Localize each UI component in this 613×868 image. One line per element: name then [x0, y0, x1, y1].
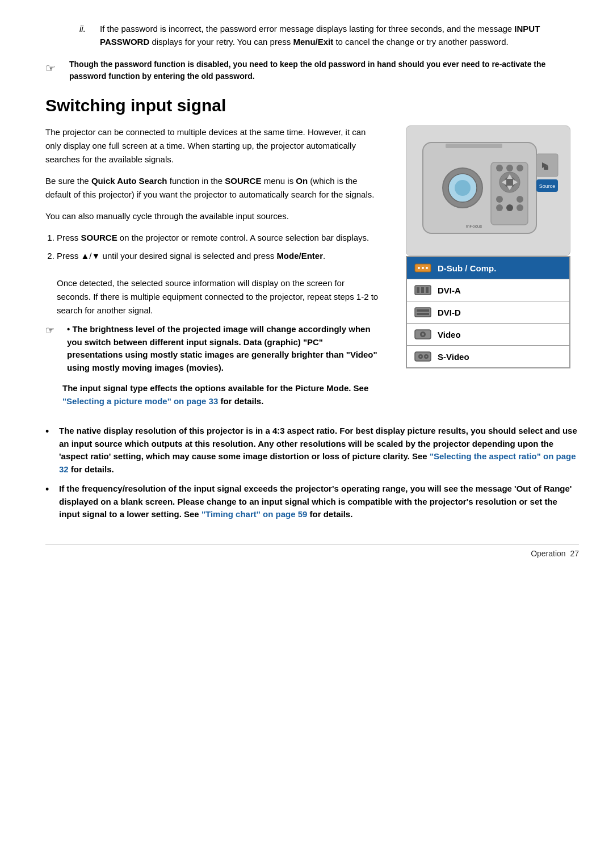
source-menu: D-Sub / Comp. DVI-A DVI-D [406, 256, 570, 368]
footer: Operation 27 [45, 544, 579, 558]
svg-rect-33 [426, 287, 429, 293]
svg-point-29 [426, 267, 428, 269]
svg-point-16 [517, 196, 523, 203]
source-label-dvid: DVI-D [438, 308, 461, 317]
svg-point-13 [506, 165, 513, 171]
svg-point-15 [496, 196, 503, 203]
note-password: ☞ Though the password function is disabl… [45, 58, 579, 82]
svg-point-4 [455, 180, 471, 196]
source-item-video[interactable]: Video [407, 324, 569, 346]
source-item-dvia[interactable]: DVI-A [407, 279, 569, 301]
link-timing-chart[interactable]: "Timing chart" on page 59 [201, 509, 307, 519]
svg-point-42 [420, 356, 422, 358]
intro-section: ii. If the password is incorrect, the pa… [45, 23, 579, 48]
bullet-text-1: The native display resolution of this pr… [59, 425, 579, 476]
para1: The projector can be connected to multip… [45, 125, 380, 166]
source-label-svideo: S-Video [438, 352, 469, 362]
svg-point-28 [422, 267, 424, 269]
source-label-dsub: D-Sub / Comp. [438, 263, 496, 273]
svg-point-44 [426, 356, 427, 358]
para2: Be sure the Quick Auto Search function i… [45, 174, 380, 202]
svg-point-27 [418, 267, 420, 269]
para3: You can also manually cycle through the … [45, 209, 380, 223]
left-column: The projector can be connected to multip… [45, 125, 380, 414]
projector-image: Source InFocus [406, 125, 570, 256]
intro-text-ii: If the password is incorrect, the passwo… [100, 23, 579, 48]
bullet-dot-2: • [45, 483, 53, 521]
source-icon-dvia [414, 284, 432, 296]
footer-section: Operation [531, 549, 565, 558]
source-item-svideo[interactable]: S-Video [407, 346, 569, 367]
note-icon-password: ☞ [45, 60, 64, 82]
bullet-section: • The native display resolution of this … [45, 425, 579, 521]
svg-text:Source: Source [539, 183, 556, 189]
svg-rect-31 [417, 287, 419, 293]
bullet-text-2: If the frequency/resolution of the input… [59, 483, 579, 521]
bullet-dot-1: • [45, 425, 53, 476]
svg-rect-5 [491, 162, 528, 225]
note-brightness: ☞ • The brightness level of the projecte… [45, 323, 380, 374]
svg-point-19 [517, 204, 523, 211]
svg-rect-32 [421, 287, 424, 293]
intro-item-ii: ii. If the password is incorrect, the pa… [79, 23, 579, 48]
svg-point-18 [506, 204, 513, 211]
step-2-continuation: Once detected, the selected source infor… [57, 278, 378, 315]
steps-list: Press SOURCE on the projector or remote … [57, 231, 380, 317]
svg-rect-1 [446, 144, 502, 148]
right-column: Source InFocus D- [397, 125, 579, 414]
note-brightness-icon: ☞ [45, 323, 62, 374]
bullet-item-1: • The native display resolution of this … [45, 425, 579, 476]
note-text-password: Though the password function is disabled… [69, 58, 579, 82]
step-1: Press SOURCE on the projector or remote … [57, 231, 380, 245]
svg-point-14 [517, 165, 523, 171]
main-content: The projector can be connected to multip… [45, 125, 579, 414]
source-label-dvia: DVI-A [438, 286, 461, 295]
svg-point-39 [422, 333, 424, 336]
source-icon-video [414, 328, 432, 341]
note-brightness-content: • The brightness level of the projected … [67, 323, 380, 374]
projector-panel: Source InFocus D- [397, 125, 579, 368]
bullet-item-2: • If the frequency/resolution of the inp… [45, 483, 579, 521]
svg-point-12 [496, 165, 503, 171]
source-item-dsub[interactable]: D-Sub / Comp. [407, 257, 569, 279]
source-icon-dsub [414, 262, 432, 274]
note-signal-type-text: The input signal type effects the option… [62, 382, 380, 408]
step-2: Press ▲/▼ until your desired signal is s… [57, 249, 380, 317]
svg-rect-34 [415, 308, 431, 317]
section-title: Switching input signal [45, 96, 579, 115]
projector-svg: Source InFocus [412, 131, 565, 250]
intro-label-ii: ii. [79, 23, 95, 48]
svg-text:InFocus: InFocus [466, 224, 482, 229]
source-icon-dvid [414, 306, 432, 318]
footer-page: 27 [570, 549, 579, 558]
svg-rect-24 [544, 166, 548, 170]
link-picture-mode[interactable]: "Selecting a picture mode" on page 33 [62, 396, 218, 406]
svg-rect-36 [417, 313, 429, 315]
source-icon-svideo [414, 350, 432, 363]
note-signal-type: The input signal type effects the option… [62, 382, 380, 408]
svg-rect-35 [417, 309, 429, 312]
source-item-dvid[interactable]: DVI-D [407, 301, 569, 324]
svg-point-17 [496, 204, 503, 211]
source-label-video: Video [438, 330, 461, 339]
